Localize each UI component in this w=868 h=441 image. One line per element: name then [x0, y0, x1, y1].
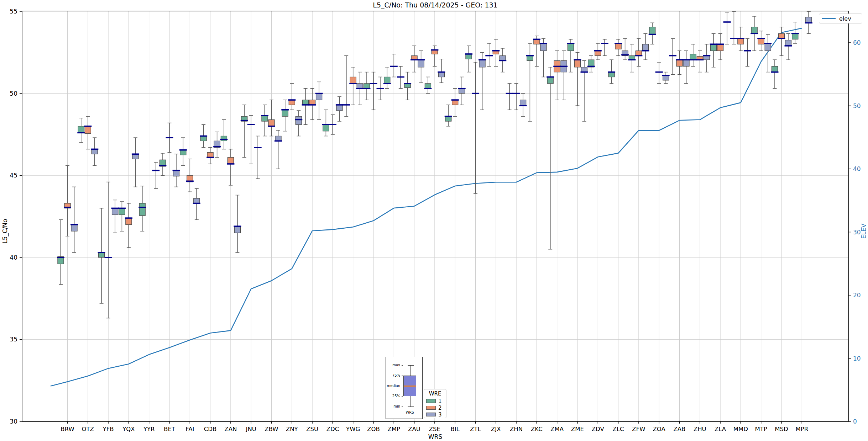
wre2-label: 2 [438, 405, 442, 411]
x-ticklabel-ZDV: ZDV [592, 426, 605, 432]
wre1-label: 1 [438, 398, 442, 404]
box-ZFW-wre3 [642, 44, 648, 51]
box-ZME-wre1 [568, 43, 574, 51]
x-ticklabel-ZHU: ZHU [694, 426, 706, 432]
box-MTP-wre3 [765, 43, 771, 51]
box-BIL-wre1 [445, 116, 451, 121]
y-left-ticklabel-55: 55 [10, 8, 17, 15]
guide-label-25: 25% [386, 394, 400, 398]
elev-legend-label: elev [839, 15, 851, 22]
y-axis-label-left: L5_C/No [1, 217, 9, 245]
box-YQX-wre3 [132, 154, 138, 159]
box-BIL-wre2 [452, 100, 458, 105]
box-MSD-wre3 [785, 40, 791, 46]
box-ZBW-wre2 [268, 119, 274, 126]
x-ticklabel-ZOA: ZOA [653, 426, 666, 432]
x-ticklabel-CDB: CDB [204, 426, 217, 432]
box-CDB-wre1 [200, 136, 206, 141]
box-ZLC-wre1 [608, 72, 615, 77]
x-ticklabel-ZFW: ZFW [632, 426, 645, 432]
box-ZSE-wre3 [438, 72, 444, 77]
box-OTZ-wre3 [91, 149, 98, 154]
box-MTP-wre1 [751, 27, 757, 33]
box-ZDC-wre1 [323, 124, 329, 131]
x-ticklabel-YWG: YWG [346, 426, 360, 432]
wre-legend-row-1: 1 [426, 398, 444, 404]
box-ZLA-wre2 [717, 44, 723, 51]
box-BIL-wre3 [459, 89, 465, 94]
box-ZKC-wre2 [534, 39, 540, 44]
x-ticklabel-BIL: BIL [451, 426, 460, 432]
box-ZBW-wre1 [262, 116, 268, 121]
box-ZLC-wre2 [615, 43, 621, 49]
box-ZSU-wre2 [309, 100, 315, 105]
box-ZKC-wre1 [527, 56, 533, 61]
box-YQX-wre1 [119, 208, 125, 214]
guide-whisker-lower [411, 396, 411, 407]
x-ticklabel-MTP: MTP [755, 426, 767, 432]
x-ticklabel-ZNY: ZNY [286, 426, 298, 432]
x-ticklabel-ZME: ZME [571, 426, 584, 432]
box-OTZ-wre2 [85, 126, 91, 134]
wre-legend: WRE 1 2 3 [424, 389, 446, 418]
x-ticklabel-YFB: YFB [103, 426, 114, 432]
wre-legend-row-3: 3 [426, 411, 444, 418]
elev-line-sample [822, 18, 836, 19]
box-ZAB-wre2 [676, 60, 683, 66]
guide-median-line [404, 386, 416, 387]
x-ticklabel-ZSE: ZSE [429, 426, 440, 432]
box-YYR-wre1 [139, 203, 145, 216]
wre-legend-row-2: 2 [426, 404, 444, 411]
x-ticklabel-MPR: MPR [795, 426, 808, 432]
x-ticklabel-ZKC: ZKC [531, 426, 543, 432]
box-ZDC-wre3 [336, 105, 343, 111]
guide-label-median: median [386, 384, 400, 388]
x-ticklabel-YQX: YQX [122, 426, 135, 432]
y-right-ticklabel-40: 40 [853, 165, 861, 172]
box-BRW-wre3 [71, 225, 77, 231]
y-right-ticklabel-50: 50 [853, 102, 861, 110]
y-axis-label-right: ELEV [860, 220, 867, 242]
box-ZDV-wre2 [595, 51, 601, 56]
box-YWG-wre2 [350, 77, 356, 83]
x-ticklabel-ZJX: ZJX [491, 426, 501, 432]
box-ZHN-wre3 [520, 100, 526, 106]
box-ZMA-wre1 [547, 77, 553, 83]
boxplot-guide-inset: max 75% median 25% min WRS [386, 357, 423, 419]
wre-legend-title: WRE [426, 390, 444, 397]
x-ticklabel-ZDC: ZDC [326, 426, 339, 432]
box-ZLA-wre1 [711, 44, 717, 51]
x-ticklabel-BET: BET [164, 426, 176, 432]
box-MPR-wre3 [806, 17, 812, 23]
y-left-ticklabel-35: 35 [10, 336, 17, 343]
y-right-ticklabel-30: 30 [853, 229, 861, 236]
box-MPR-wre1 [792, 33, 798, 39]
elev-line [51, 28, 802, 386]
x-ticklabel-ZAN: ZAN [224, 426, 237, 432]
box-ZME-wre3 [581, 67, 587, 72]
box-ZME-wre2 [575, 60, 581, 67]
guide-cap-min [408, 407, 414, 407]
box-ZTL-wre1 [466, 54, 472, 59]
guide-tick-max [402, 365, 403, 366]
y-right-ticklabel-0: 0 [853, 418, 857, 425]
x-ticklabel-OTZ: OTZ [82, 426, 94, 432]
box-FAI-wre1 [180, 150, 186, 155]
guide-tick-75 [402, 376, 403, 376]
box-FAI-wre3 [194, 198, 200, 203]
x-ticklabel-JNU: JNU [246, 426, 256, 432]
box-ZNY-wre2 [289, 100, 295, 105]
box-BET-wre3 [173, 170, 179, 176]
box-MSD-wre1 [772, 67, 778, 72]
box-ZAN-wre1 [221, 136, 227, 141]
x-ticklabel-ZSU: ZSU [306, 426, 318, 432]
box-OTZ-wre1 [78, 126, 84, 133]
box-ZAB-wre3 [683, 60, 689, 66]
box-ZHU-wre1 [690, 54, 696, 60]
box-YFB-wre3 [112, 208, 118, 214]
box-ZSU-wre1 [303, 100, 309, 105]
box-YFB-wre1 [99, 253, 105, 257]
plot-area: 3035404550550102030405060BRWOTZYFBYQXYYR… [0, 0, 868, 441]
guide-tick-25 [402, 396, 403, 397]
box-ZNY-wre1 [282, 110, 288, 116]
